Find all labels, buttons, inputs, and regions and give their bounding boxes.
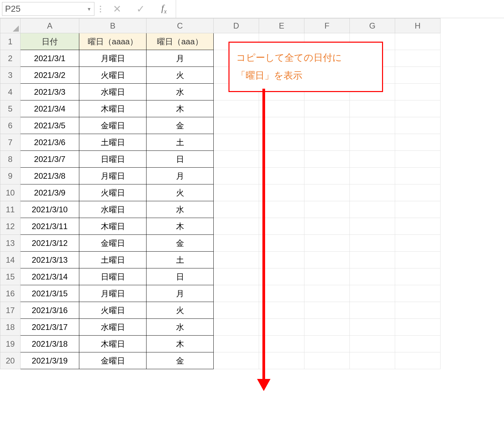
cell-weekday-short[interactable]: 日 — [146, 268, 214, 285]
cell-empty[interactable] — [395, 168, 440, 184]
cell-empty[interactable] — [350, 218, 395, 235]
cell-date[interactable]: 2021/3/6 — [20, 134, 79, 151]
cell-empty[interactable] — [214, 252, 259, 268]
cell-weekday-long[interactable]: 木曜日 — [79, 336, 146, 352]
cell-empty[interactable] — [350, 151, 395, 168]
cell-date[interactable]: 2021/3/17 — [20, 319, 79, 336]
cell-weekday-short[interactable]: 月 — [146, 50, 214, 67]
cell-empty[interactable] — [304, 134, 350, 151]
cell-empty[interactable] — [395, 302, 440, 319]
name-box[interactable]: P25 ▼ — [2, 2, 94, 16]
cell-empty[interactable] — [350, 352, 395, 369]
cell-empty[interactable] — [214, 151, 259, 168]
formula-input[interactable] — [176, 0, 504, 18]
cell-empty[interactable] — [350, 100, 395, 117]
cell-empty[interactable] — [304, 252, 350, 268]
cell-date[interactable]: 2021/3/14 — [20, 268, 79, 285]
cell-weekday-long[interactable]: 水曜日 — [79, 319, 146, 336]
cell-empty[interactable] — [350, 285, 395, 302]
cell-weekday-short[interactable]: 金 — [146, 352, 214, 369]
cell-empty[interactable] — [350, 268, 395, 285]
cell-empty[interactable] — [304, 268, 350, 285]
cell-empty[interactable] — [350, 134, 395, 151]
row-header[interactable]: 5 — [0, 100, 20, 117]
cell-empty[interactable] — [304, 235, 350, 252]
cell-empty[interactable] — [214, 336, 259, 352]
cell-date[interactable]: 2021/3/8 — [20, 168, 79, 184]
cell-date[interactable]: 2021/3/13 — [20, 252, 79, 268]
cell-empty[interactable] — [395, 285, 440, 302]
cell-empty[interactable] — [304, 100, 350, 117]
cell-weekday-short[interactable]: 火 — [146, 302, 214, 319]
cell-empty[interactable] — [350, 319, 395, 336]
cell-empty[interactable] — [214, 285, 259, 302]
cell-empty[interactable] — [304, 319, 350, 336]
cell-date[interactable]: 2021/3/19 — [20, 352, 79, 369]
row-header[interactable]: 1 — [0, 33, 20, 50]
cell-empty[interactable] — [214, 302, 259, 319]
cell-empty[interactable] — [395, 252, 440, 268]
cell-weekday-short[interactable]: 金 — [146, 117, 214, 134]
cell-empty[interactable] — [395, 151, 440, 168]
cell-empty[interactable] — [304, 184, 350, 201]
cell-empty[interactable] — [395, 268, 440, 285]
cell-empty[interactable] — [350, 117, 395, 134]
cell-empty[interactable] — [214, 184, 259, 201]
row-header[interactable]: 19 — [0, 336, 20, 352]
cell-empty[interactable] — [214, 319, 259, 336]
cell-weekday-long[interactable]: 火曜日 — [79, 184, 146, 201]
column-header[interactable]: F — [304, 18, 350, 33]
cell-weekday-short[interactable]: 木 — [146, 336, 214, 352]
insert-function-button[interactable]: fx — [152, 0, 176, 18]
cell-empty[interactable] — [350, 252, 395, 268]
select-all-corner[interactable] — [0, 18, 20, 33]
row-header[interactable]: 15 — [0, 268, 20, 285]
cell-date[interactable]: 2021/3/12 — [20, 235, 79, 252]
row-header[interactable]: 9 — [0, 168, 20, 184]
cell-weekday-short[interactable]: 木 — [146, 100, 214, 117]
cell-weekday-long[interactable]: 金曜日 — [79, 117, 146, 134]
cell-header-date[interactable]: 日付 — [20, 33, 79, 50]
cell-weekday-short[interactable]: 月 — [146, 285, 214, 302]
cell-weekday-long[interactable]: 金曜日 — [79, 235, 146, 252]
cell-weekday-short[interactable]: 土 — [146, 252, 214, 268]
cell-empty[interactable] — [304, 218, 350, 235]
chevron-down-icon[interactable]: ▼ — [87, 6, 91, 12]
cell-empty[interactable] — [214, 352, 259, 369]
cell-weekday-long[interactable]: 水曜日 — [79, 201, 146, 218]
row-header[interactable]: 7 — [0, 134, 20, 151]
cell-weekday-short[interactable]: 火 — [146, 184, 214, 201]
row-header[interactable]: 17 — [0, 302, 20, 319]
cell-empty[interactable] — [350, 184, 395, 201]
column-header[interactable]: G — [350, 18, 395, 33]
cell-empty[interactable] — [395, 50, 440, 67]
cell-empty[interactable] — [395, 201, 440, 218]
cell-weekday-long[interactable]: 日曜日 — [79, 268, 146, 285]
cell-weekday-long[interactable]: 金曜日 — [79, 352, 146, 369]
column-header[interactable]: C — [146, 18, 214, 33]
cell-empty[interactable] — [304, 352, 350, 369]
cell-weekday-long[interactable]: 火曜日 — [79, 67, 146, 84]
cell-empty[interactable] — [214, 218, 259, 235]
cell-date[interactable]: 2021/3/15 — [20, 285, 79, 302]
cell-weekday-long[interactable]: 火曜日 — [79, 302, 146, 319]
cell-empty[interactable] — [395, 319, 440, 336]
cell-empty[interactable] — [395, 100, 440, 117]
row-header[interactable]: 13 — [0, 235, 20, 252]
cell-date[interactable]: 2021/3/1 — [20, 50, 79, 67]
cell-empty[interactable] — [395, 218, 440, 235]
cell-header-weekday-short[interactable]: 曜日（aaa） — [146, 33, 214, 50]
cell-empty[interactable] — [214, 134, 259, 151]
row-header[interactable]: 4 — [0, 84, 20, 100]
cell-weekday-long[interactable]: 土曜日 — [79, 252, 146, 268]
cell-empty[interactable] — [395, 117, 440, 134]
cell-empty[interactable] — [350, 336, 395, 352]
row-header[interactable]: 11 — [0, 201, 20, 218]
column-header[interactable]: A — [20, 18, 79, 33]
cell-empty[interactable] — [395, 184, 440, 201]
cell-empty[interactable] — [214, 268, 259, 285]
cell-empty[interactable] — [350, 201, 395, 218]
row-header[interactable]: 18 — [0, 319, 20, 336]
cell-empty[interactable] — [395, 134, 440, 151]
cell-weekday-short[interactable]: 月 — [146, 168, 214, 184]
